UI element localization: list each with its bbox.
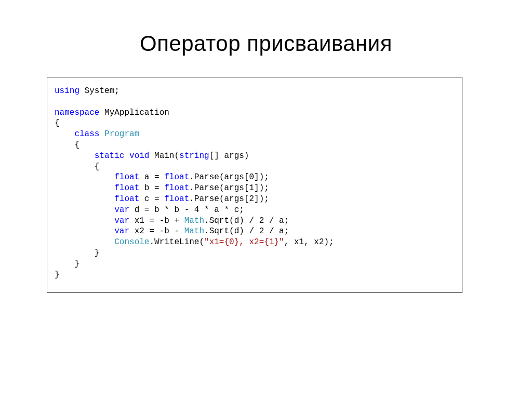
code-text: c = (139, 194, 164, 204)
code-text: System; (79, 86, 119, 96)
code-text: .Parse(args[2]); (189, 194, 269, 204)
code-text (99, 129, 104, 139)
code-keyword: float (164, 183, 189, 193)
code-brace: { (55, 162, 99, 171)
code-indent (55, 216, 114, 225)
code-text: x1 = -b + (129, 216, 184, 225)
code-text (124, 151, 129, 161)
code-indent (55, 183, 114, 193)
code-string: "x1={0}, x2={1}" (204, 237, 284, 247)
slide-title: Оператор присваивания (47, 31, 485, 56)
code-keyword: var (114, 227, 129, 236)
code-indent (55, 205, 114, 215)
code-keyword: var (114, 205, 129, 215)
code-keyword: string (179, 151, 209, 161)
code-blank-line (55, 97, 60, 107)
code-keyword: class (74, 129, 99, 139)
code-type: Console (114, 237, 149, 247)
code-type: Math (184, 227, 204, 236)
code-block: using System; namespace MyApplication { … (47, 77, 462, 293)
code-text: , x1, x2); (284, 237, 334, 247)
code-indent (55, 227, 114, 236)
code-indent (55, 151, 95, 161)
code-keyword: using (55, 86, 79, 96)
code-keyword: float (114, 194, 139, 204)
code-brace: } (55, 270, 60, 280)
code-indent (55, 237, 114, 247)
slide: Оператор присваивания using System; name… (0, 0, 532, 399)
code-text: .Parse(args[0]); (189, 172, 269, 182)
code-text: MyApplication (99, 108, 169, 117)
code-brace: } (55, 248, 99, 258)
code-indent (55, 194, 114, 204)
code-text: d = b * b - 4 * a * c; (129, 205, 244, 215)
code-indent (55, 129, 74, 139)
code-text: b = (139, 183, 164, 193)
code-keyword: float (164, 172, 189, 182)
code-type: Program (104, 129, 139, 139)
code-keyword: float (164, 194, 189, 204)
code-text: a = (139, 172, 164, 182)
code-keyword: var (114, 216, 129, 225)
code-text: x2 = -b - (129, 227, 184, 236)
code-keyword: void (129, 151, 149, 161)
code-brace: } (55, 259, 79, 269)
code-keyword: float (114, 172, 139, 182)
code-brace: { (55, 118, 60, 128)
code-indent (55, 172, 114, 182)
code-text: Main( (149, 151, 179, 161)
code-text: .Parse(args[1]); (189, 183, 269, 193)
code-keyword: float (114, 183, 139, 193)
code-text: .Sqrt(d) / 2 / a; (204, 227, 289, 236)
code-keyword: namespace (55, 108, 99, 117)
code-text: [] args) (209, 151, 249, 161)
code-text: .Sqrt(d) / 2 / a; (204, 216, 289, 225)
code-brace: { (55, 140, 79, 150)
code-keyword: static (95, 151, 125, 161)
code-type: Math (184, 216, 204, 225)
code-text: .WriteLine( (149, 237, 204, 247)
